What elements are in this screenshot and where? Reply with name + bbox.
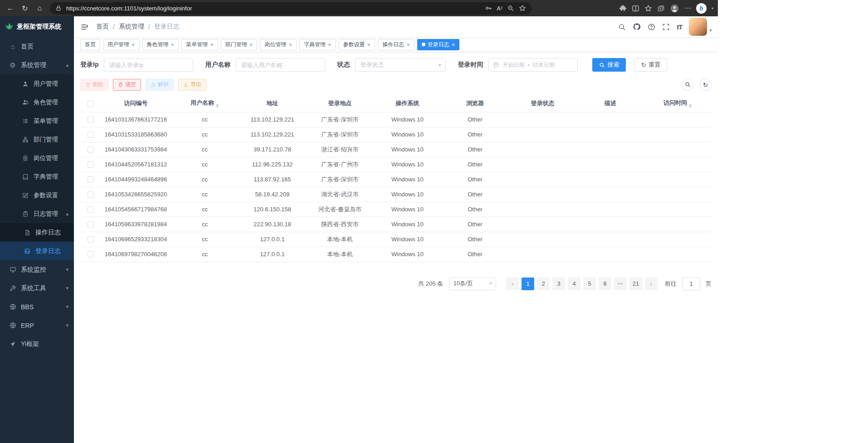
page-button-6[interactable]: 6 — [599, 277, 611, 290]
browser-home-button[interactable]: ⌂ — [33, 1, 46, 15]
close-icon[interactable]: × — [288, 42, 292, 48]
sort-icon[interactable]: ▲▼ — [215, 103, 219, 108]
export-button[interactable]: 导出 — [178, 79, 206, 91]
collections-icon[interactable] — [657, 5, 665, 12]
sidebar-item-system-tools[interactable]: 系统工具 ▾ — [0, 279, 74, 297]
tab-operation-log[interactable]: 操作日志× — [378, 39, 414, 50]
user-avatar[interactable] — [689, 18, 707, 36]
favorites-icon[interactable] — [644, 5, 652, 12]
sidebar-item-bbs[interactable]: BBS ▾ — [0, 297, 74, 316]
tab-department-management[interactable]: 部门管理× — [221, 39, 258, 50]
select-all-checkbox[interactable] — [88, 101, 94, 107]
page-button-last[interactable]: 21 — [629, 277, 642, 290]
prev-page-button[interactable]: ‹ — [506, 277, 519, 290]
avatar-caret-icon[interactable]: ▾ — [709, 28, 712, 33]
table-row[interactable]: 1641069652933218304 cc 127.0.0.1 本地-本机 W… — [80, 232, 712, 247]
sidebar-item-role-management[interactable]: 角色管理 — [0, 93, 74, 112]
extensions-puzzle-icon[interactable] — [619, 5, 627, 12]
row-checkbox[interactable] — [88, 236, 94, 243]
url-text[interactable]: https://ccnetcore.com:1101/system/log/lo… — [66, 5, 480, 12]
search-button[interactable]: 搜索 — [592, 58, 626, 72]
page-size-select[interactable]: 10条/页 ▾ — [449, 277, 496, 290]
breadcrumb-section[interactable]: 系统管理 — [119, 23, 144, 31]
close-icon[interactable]: × — [171, 42, 175, 48]
page-button-2[interactable]: 2 — [537, 277, 550, 290]
tab-menu-management[interactable]: 菜单管理× — [181, 39, 218, 50]
address-bar[interactable]: https://ccnetcore.com:1101/system/log/lo… — [50, 2, 532, 15]
row-checkbox[interactable] — [88, 131, 94, 138]
header-search-icon[interactable] — [618, 23, 626, 31]
sidebar-item-dictionary-management[interactable]: 字典管理 — [0, 167, 74, 186]
font-size-icon[interactable]: tT — [677, 23, 682, 31]
table-row[interactable]: 1641053426655825920 cc 58.19.42.209 湖北省-… — [80, 187, 712, 202]
close-icon[interactable]: × — [132, 42, 135, 48]
unlock-button[interactable]: 解锁 — [146, 79, 174, 91]
tab-home[interactable]: 首页 — [80, 39, 100, 50]
table-row[interactable]: 1641031533185863680 cc 113.102.129.221 广… — [80, 127, 712, 142]
table-row[interactable]: 1641059633978281984 cc 222.90.130.18 陕西省… — [80, 217, 712, 232]
close-icon[interactable]: × — [452, 42, 455, 48]
password-key-icon[interactable] — [485, 5, 492, 12]
username-input[interactable] — [236, 58, 325, 72]
login-time-range-picker[interactable]: 开始日期 - 结束日期 — [488, 58, 578, 72]
sidebar-item-login-log[interactable]: 登录日志 — [0, 242, 74, 260]
settings-more-icon[interactable]: ⋯ — [684, 4, 691, 12]
more-pages-button[interactable]: ••• — [614, 277, 627, 290]
table-row[interactable]: 1641044520567181312 cc 112.96.225.132 广东… — [80, 157, 712, 172]
breadcrumb-home[interactable]: 首页 — [96, 23, 109, 31]
reload-button[interactable]: ↻ — [18, 1, 32, 15]
login-ip-input[interactable] — [104, 58, 193, 72]
help-icon[interactable] — [648, 23, 655, 31]
app-logo[interactable]: 意框架管理系统 — [0, 16, 74, 37]
site-info-lock-icon[interactable] — [55, 5, 62, 11]
row-checkbox[interactable] — [88, 206, 94, 213]
copilot-bing-icon[interactable]: b — [696, 3, 707, 14]
table-row[interactable]: 1641069798270046208 cc 127.0.0.1 本地-本机 W… — [80, 247, 712, 262]
page-button-4[interactable]: 4 — [568, 277, 580, 290]
row-checkbox[interactable] — [88, 251, 94, 258]
tab-post-management[interactable]: 岗位管理× — [260, 39, 297, 50]
sidebar-item-log-management[interactable]: 日志管理 ▴ — [0, 204, 74, 223]
sidebar-item-erp[interactable]: ERP ▾ — [0, 316, 74, 335]
sidebar-item-home[interactable]: ⌂ 首页 — [0, 37, 74, 56]
sidebar-item-system-monitor[interactable]: 系统监控 ▾ — [0, 260, 74, 279]
close-icon[interactable]: × — [210, 42, 214, 48]
split-screen-icon[interactable] — [632, 5, 639, 12]
add-favorite-star-icon[interactable] — [519, 5, 526, 12]
tab-dictionary-management[interactable]: 字典管理× — [299, 39, 336, 50]
back-button[interactable]: ← — [4, 1, 17, 15]
sidebar-item-parameter-settings[interactable]: 参数设置 — [0, 186, 74, 204]
page-button-3[interactable]: 3 — [552, 277, 565, 290]
row-checkbox[interactable] — [88, 117, 94, 123]
tab-user-management[interactable]: 用户管理× — [103, 39, 140, 50]
sidebar-item-operation-log[interactable]: 操作日志 — [0, 223, 74, 242]
sort-icon[interactable]: ▲▼ — [688, 103, 692, 108]
table-row[interactable]: 1641043063331753984 cc 39.171.210.78 浙江省… — [80, 142, 712, 157]
close-icon[interactable]: × — [249, 42, 253, 48]
sidebar-toggle-icon[interactable] — [80, 23, 89, 31]
table-row[interactable]: 1641031367863177216 cc 113.102.129.221 广… — [80, 112, 712, 127]
reset-button[interactable]: ↻ 重置 — [634, 58, 667, 72]
sidebar-item-system-management[interactable]: ⚙ 系统管理 ▴ — [0, 56, 74, 74]
chrome-caret-icon[interactable]: ▾ — [712, 6, 713, 10]
tab-role-management[interactable]: 角色管理× — [142, 39, 179, 50]
table-row[interactable]: 1641054566717984768 cc 120.6.150.158 河北省… — [80, 202, 712, 217]
tab-login-log[interactable]: 登录日志× — [417, 39, 460, 50]
status-select[interactable]: 登录状态 ▾ — [355, 58, 446, 72]
tab-parameter-settings[interactable]: 参数设置× — [339, 39, 375, 50]
row-checkbox[interactable] — [88, 146, 94, 153]
column-header-access-time[interactable]: 访问时间▲▼ — [644, 95, 712, 112]
toggle-search-button[interactable] — [682, 78, 694, 91]
next-page-button[interactable]: › — [645, 277, 658, 290]
page-button-1[interactable]: 1 — [522, 277, 534, 290]
row-checkbox[interactable] — [88, 161, 94, 168]
close-icon[interactable]: × — [367, 42, 371, 48]
github-icon[interactable] — [633, 23, 641, 31]
table-row[interactable]: 1641044993248464896 cc 113.87.92.165 广东省… — [80, 172, 712, 187]
delete-button[interactable]: 删除 — [80, 79, 108, 91]
clear-button[interactable]: 清空 — [113, 79, 141, 91]
sidebar-item-yi-framework[interactable]: Yi框架 — [0, 335, 74, 353]
fullscreen-icon[interactable] — [662, 23, 670, 31]
row-checkbox[interactable] — [88, 176, 94, 183]
zoom-out-icon[interactable] — [507, 5, 514, 12]
